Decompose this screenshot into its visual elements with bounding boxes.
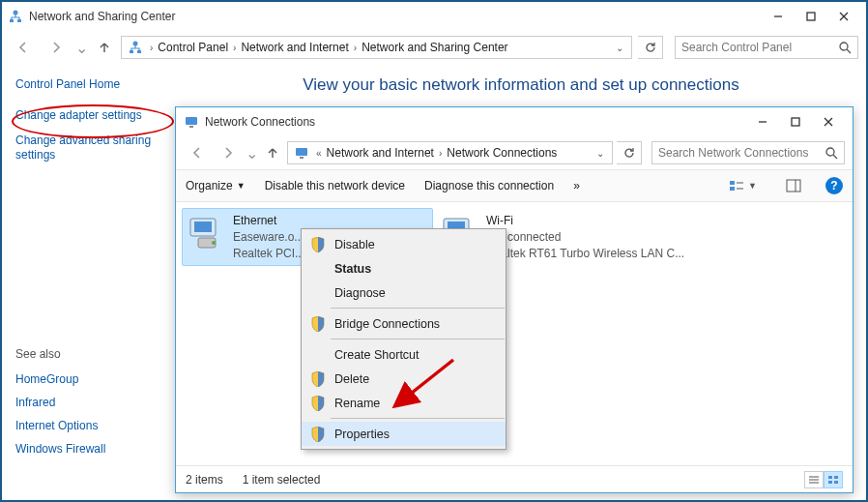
shield-icon xyxy=(309,236,327,253)
svg-rect-38 xyxy=(834,481,838,484)
context-menu-rename[interactable]: Rename xyxy=(302,391,506,415)
breadcrumb-item[interactable]: Network Connections xyxy=(447,146,557,160)
svg-rect-11 xyxy=(189,126,193,128)
inner-statusbar: 2 items 1 item selected xyxy=(176,465,853,492)
diagnose-button[interactable]: Diagnose this connection xyxy=(424,179,554,192)
inner-close-button[interactable] xyxy=(812,111,845,133)
adapter-status: Not connected xyxy=(486,229,622,246)
more-commands-button[interactable]: » xyxy=(573,179,580,192)
inner-breadcrumb[interactable]: « Network and Internet › Network Connect… xyxy=(287,141,613,164)
inner-minimize-button[interactable] xyxy=(746,111,779,133)
close-button[interactable] xyxy=(827,6,860,27)
svg-rect-36 xyxy=(834,476,838,479)
breadcrumb-item[interactable]: Network and Internet xyxy=(327,146,434,160)
control-panel-home-link[interactable]: Control Panel Home xyxy=(15,77,166,91)
svg-rect-25 xyxy=(194,221,212,232)
refresh-button[interactable] xyxy=(638,36,663,59)
svg-rect-22 xyxy=(787,180,800,192)
outer-search-input[interactable]: Search Control Panel xyxy=(675,36,858,59)
shield-icon xyxy=(309,315,327,333)
see-also-internet-options[interactable]: Internet Options xyxy=(15,419,166,432)
inner-up-button[interactable] xyxy=(262,142,283,163)
network-connections-icon xyxy=(184,114,199,130)
blank-icon xyxy=(309,284,327,302)
see-also-header: See also xyxy=(15,347,166,361)
context-menu-separator xyxy=(331,418,505,419)
history-dropdown[interactable]: ⌄ xyxy=(75,39,88,57)
network-connections-icon xyxy=(292,143,311,162)
breadcrumb-item[interactable]: Network and Sharing Center xyxy=(362,41,507,54)
organize-button[interactable]: Organize▼ xyxy=(186,179,246,192)
svg-rect-13 xyxy=(792,118,799,126)
adapter-status: Easeware.o... xyxy=(233,229,304,246)
svg-rect-2 xyxy=(17,19,21,22)
disable-device-button[interactable]: Disable this network device xyxy=(265,179,405,192)
adapter-name: Wi-Fi xyxy=(486,213,684,229)
shield-icon xyxy=(309,395,327,412)
chevron-down-icon[interactable]: ⌄ xyxy=(612,43,627,53)
svg-point-27 xyxy=(212,241,216,245)
inner-search-placeholder: Search Network Connections xyxy=(658,146,808,160)
inner-history-dropdown[interactable]: ⌄ xyxy=(246,144,258,162)
preview-pane-button[interactable] xyxy=(781,176,806,195)
svg-point-8 xyxy=(840,43,848,50)
see-also-windows-firewall[interactable]: Windows Firewall xyxy=(15,442,166,456)
context-menu-bridge-connections[interactable]: Bridge Connections xyxy=(302,311,506,336)
inner-search-input[interactable]: Search Network Connections xyxy=(651,141,845,164)
up-button[interactable] xyxy=(94,37,115,58)
context-menu-label: Create Shortcut xyxy=(334,348,496,362)
chevron-right-icon: › xyxy=(349,43,362,53)
see-also-infrared[interactable]: Infrared xyxy=(15,396,166,409)
search-placeholder: Search Control Panel xyxy=(681,41,792,54)
inner-address-bar: ⌄ « Network and Internet › Network Conne… xyxy=(176,136,853,169)
svg-rect-35 xyxy=(828,476,832,479)
context-menu-status[interactable]: Status xyxy=(302,256,506,281)
svg-rect-14 xyxy=(296,148,307,156)
network-sharing-center-icon xyxy=(8,9,23,24)
adapter-name: Ethernet xyxy=(233,213,304,229)
search-icon xyxy=(825,147,838,160)
context-menu-delete[interactable]: Delete xyxy=(302,367,506,391)
svg-rect-19 xyxy=(730,187,735,191)
context-menu-diagnose[interactable]: Diagnose xyxy=(302,281,506,305)
maximize-button[interactable] xyxy=(795,6,827,27)
chevron-right-icon: › xyxy=(145,43,158,53)
context-menu-label: Rename xyxy=(334,397,496,410)
inner-refresh-button[interactable] xyxy=(617,141,642,164)
outer-breadcrumb[interactable]: › Control Panel › Network and Internet ›… xyxy=(121,36,632,59)
context-menu-properties[interactable]: Properties xyxy=(302,422,506,446)
details-view-button[interactable] xyxy=(804,471,824,488)
svg-point-5 xyxy=(133,42,138,46)
inner-maximize-button[interactable] xyxy=(779,111,812,133)
breadcrumb-item[interactable]: Network and Internet xyxy=(241,41,348,54)
svg-rect-15 xyxy=(300,157,304,159)
context-menu-create-shortcut[interactable]: Create Shortcut xyxy=(302,342,506,367)
minimize-button[interactable] xyxy=(762,6,795,27)
sidebar-change-advanced-sharing[interactable]: Change advanced sharing settings xyxy=(15,133,166,163)
context-menu-disable[interactable]: Disable xyxy=(302,232,506,256)
sidebar-change-adapter-settings[interactable]: Change adapter settings xyxy=(15,108,166,124)
help-icon[interactable]: ? xyxy=(825,177,843,194)
page-heading: View your basic network information and … xyxy=(195,75,847,95)
context-menu-label: Bridge Connections xyxy=(334,317,496,331)
context-menu-label: Diagnose xyxy=(334,286,496,300)
chevron-down-icon[interactable]: ⌄ xyxy=(593,148,608,159)
forward-button[interactable] xyxy=(43,34,70,61)
view-options-button[interactable]: ▼ xyxy=(724,176,762,195)
svg-rect-6 xyxy=(130,50,133,53)
inner-back-button[interactable] xyxy=(184,139,211,166)
svg-rect-10 xyxy=(186,117,197,125)
inner-forward-button[interactable] xyxy=(215,139,242,166)
back-button[interactable] xyxy=(10,34,37,61)
svg-rect-18 xyxy=(730,181,735,185)
chevron-down-icon: ▼ xyxy=(748,181,757,191)
svg-point-0 xyxy=(14,11,18,15)
see-also-homegroup[interactable]: HomeGroup xyxy=(15,372,166,386)
outer-address-bar: ⌄ › Control Panel › Network and Internet… xyxy=(2,31,866,64)
tiles-view-button[interactable] xyxy=(824,471,843,488)
svg-line-9 xyxy=(847,49,851,53)
sidebar: Control Panel Home Change adapter settin… xyxy=(2,64,176,500)
breadcrumb-item[interactable]: Control Panel xyxy=(158,41,228,54)
svg-rect-4 xyxy=(807,13,815,20)
statusbar-selection-count: 1 item selected xyxy=(243,473,321,487)
